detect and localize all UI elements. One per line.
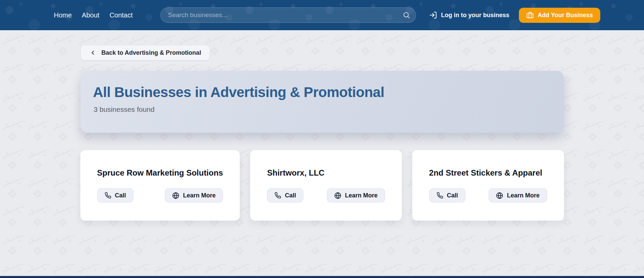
nav-right-group: Log in to your business Add Your Busines… [429,8,600,23]
business-card: 2nd Street Stickers & Apparel Call [412,150,564,221]
back-button-label: Back to Advertising & Promotional [102,49,201,56]
add-your-business-button[interactable]: Add Your Business [519,8,600,23]
search-input[interactable] [160,7,416,23]
page-title: All Businesses in Advertising & Promotio… [93,84,551,100]
business-name: Spruce Row Marketing Solutions [97,168,223,178]
nav-link-contact[interactable]: Contact [110,11,133,19]
learn-more-button[interactable]: Learn More [489,188,547,202]
footer-bar [0,276,644,278]
nav-link-about[interactable]: About [82,11,99,19]
chevron-left-icon [89,49,96,56]
add-your-business-label: Add Your Business [538,12,593,19]
learn-more-button[interactable]: Learn More [165,188,223,202]
business-card: Shirtworx, LLC Call Learn [250,150,402,221]
card-actions: Call Learn More [429,188,547,202]
call-label: Call [285,192,296,199]
phone-icon [105,192,111,199]
globe-icon [172,192,179,199]
search-bar [160,7,416,23]
search-icon [403,11,410,19]
card-actions: Call Learn More [267,188,385,202]
business-card: Spruce Row Marketing Solutions Call [80,150,240,221]
call-label: Call [115,192,126,199]
business-cards-row: Spruce Row Marketing Solutions Call [80,150,564,221]
phone-icon [274,192,281,199]
call-button[interactable]: Call [429,188,465,202]
hero-panel: All Businesses in Advertising & Promotio… [80,71,564,133]
business-name: Shirtworx, LLC [267,168,385,178]
content-container: Back to Advertising & Promotional All Bu… [80,30,564,221]
briefcase-icon [526,11,534,19]
card-actions: Call Learn More [97,188,223,202]
nav-links: Home About Contact [54,11,133,19]
login-label: Log in to your business [441,12,509,19]
top-navbar: Home About Contact [0,0,644,30]
learn-more-label: Learn More [345,192,378,199]
learn-more-button[interactable]: Learn More [327,188,385,202]
back-button[interactable]: Back to Advertising & Promotional [80,45,210,60]
main-content: Back to Advertising & Promotional All Bu… [0,30,644,276]
globe-icon [496,192,503,199]
phone-icon [437,192,443,199]
learn-more-label: Learn More [507,192,539,199]
log-in-icon [429,11,437,19]
nav-link-home[interactable]: Home [54,11,72,19]
call-label: Call [447,192,458,199]
business-name: 2nd Street Stickers & Apparel [429,168,547,178]
results-count: 3 businesses found [94,105,551,113]
call-button[interactable]: Call [97,188,134,202]
globe-icon [334,192,341,199]
learn-more-label: Learn More [183,192,216,199]
login-link[interactable]: Log in to your business [429,11,509,19]
page: Home About Contact [0,0,644,278]
call-button[interactable]: Call [267,188,303,202]
